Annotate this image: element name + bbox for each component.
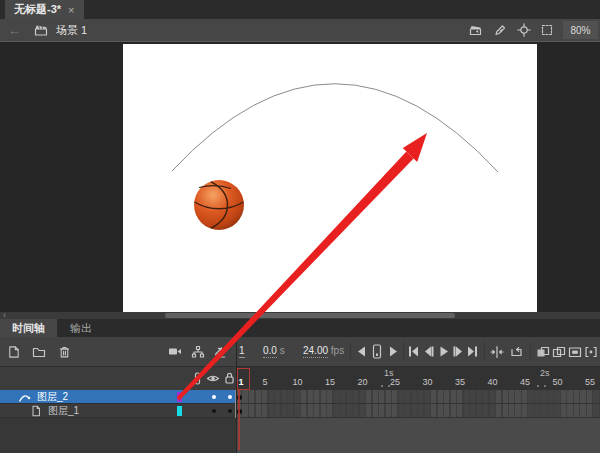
- zoom-level-select[interactable]: 80%: [563, 21, 598, 39]
- layer-visible-dot[interactable]: [212, 409, 216, 413]
- document-tab[interactable]: 无标题-3* ×: [5, 0, 84, 19]
- delete-layer-icon[interactable]: [58, 345, 71, 359]
- go-to-first-frame-icon[interactable]: [408, 346, 419, 357]
- tab-timeline[interactable]: 时间轴: [0, 319, 57, 337]
- ruler-second-label: 1s: [384, 368, 394, 378]
- parenting-view-icon[interactable]: [191, 345, 205, 359]
- ruler-tick: [544, 385, 546, 387]
- motion-guide-layer-icon: [18, 391, 31, 403]
- layer-name[interactable]: 图层_1: [48, 404, 79, 418]
- layer-depth-icon[interactable]: [213, 345, 227, 359]
- frames-area-empty: [236, 418, 600, 453]
- ruler-frame-label: 20: [357, 377, 367, 387]
- layer-name[interactable]: 图层_2: [37, 390, 68, 404]
- playhead-line[interactable]: [238, 389, 240, 450]
- lock-icon[interactable]: [223, 371, 236, 385]
- center-frame-icon[interactable]: [490, 345, 504, 359]
- document-tab-bar: 无标题-3* ×: [0, 0, 600, 19]
- hscrollbar-thumb[interactable]: [165, 313, 455, 318]
- close-icon[interactable]: ×: [68, 4, 74, 16]
- current-frame-indicator-icon[interactable]: [372, 344, 382, 359]
- layer-list: 图层_2 图层_1: [0, 390, 600, 418]
- elapsed-time-value[interactable]: 0.0: [263, 345, 277, 358]
- loop-playback-icon[interactable]: [509, 345, 524, 359]
- new-folder-icon[interactable]: [32, 345, 46, 359]
- ruler-frame-label: 45: [520, 377, 530, 387]
- layer-visible-dot[interactable]: [212, 395, 216, 399]
- frame-ruler[interactable]: 15101520253035404550551s2s: [236, 367, 600, 391]
- layer-column-headers: [0, 367, 236, 391]
- go-to-last-frame-icon[interactable]: [467, 346, 478, 357]
- frame-rate-value[interactable]: 24.00: [303, 345, 328, 358]
- motion-path-arc[interactable]: [172, 84, 498, 172]
- layer-lock-dot[interactable]: [228, 409, 232, 413]
- back-arrow-icon[interactable]: ←: [8, 24, 21, 37]
- tab-output-label: 输出: [70, 321, 92, 336]
- timeline-ruler-row: 15101520253035404550551s2s: [0, 367, 600, 390]
- ruler-frame-label: 40: [487, 377, 497, 387]
- basketball[interactable]: [194, 180, 244, 230]
- document-title: 无标题-3*: [14, 2, 61, 17]
- frames-strip[interactable]: [236, 404, 600, 418]
- ruler-tick: [537, 385, 539, 387]
- current-frame-value[interactable]: 1: [239, 345, 245, 358]
- edit-bar: ← 场景 1 80%: [0, 19, 600, 42]
- layer-color-swatch[interactable]: [177, 406, 182, 416]
- layer-row-guide[interactable]: 图层_2: [0, 390, 236, 404]
- scene-name: 场景 1: [56, 23, 87, 38]
- layer-panel-empty: [0, 418, 236, 453]
- layer-page-icon: [30, 405, 42, 417]
- layer-color-swatch[interactable]: [177, 392, 182, 402]
- zoom-level-value: 80%: [570, 25, 590, 36]
- ruler-frame-label: 25: [390, 377, 400, 387]
- new-layer-icon[interactable]: [7, 345, 20, 359]
- edit-symbols-icon[interactable]: [493, 23, 508, 38]
- ruler-frame-label: 1: [239, 377, 244, 387]
- frame-forward-icon[interactable]: [389, 346, 398, 357]
- eye-icon[interactable]: [206, 372, 220, 385]
- layer-row-normal[interactable]: 图层_1: [0, 404, 236, 418]
- onion-skin-icon[interactable]: [536, 345, 550, 359]
- play-icon[interactable]: [439, 346, 449, 357]
- ruler-frame-label: 15: [325, 377, 335, 387]
- ruler-frame-label: 50: [552, 377, 562, 387]
- scroll-left-icon[interactable]: ‹: [3, 311, 6, 319]
- step-forward-icon[interactable]: [453, 346, 464, 357]
- stage-canvas[interactable]: [123, 44, 537, 312]
- panel-divider-highlight: [235, 390, 236, 418]
- frames-strip[interactable]: [236, 390, 600, 404]
- onion-skin-outlines-icon[interactable]: [552, 345, 566, 359]
- frame-rate-unit: fps: [331, 345, 344, 356]
- frame-back-icon[interactable]: [357, 346, 366, 357]
- timeline-toolbar: 1 0.0 s 24.00 fps: [0, 337, 600, 367]
- tab-timeline-label: 时间轴: [12, 321, 45, 336]
- clapperboard-icon: [34, 23, 48, 37]
- animate-window: 无标题-3* × ← 场景 1 80%: [0, 0, 600, 453]
- elapsed-time-unit: s: [280, 345, 285, 356]
- clip-content-icon[interactable]: [540, 23, 554, 37]
- add-camera-icon[interactable]: [168, 345, 182, 358]
- ruler-tick: [381, 385, 383, 387]
- ruler-frame-label: 10: [292, 377, 302, 387]
- tab-output[interactable]: 输出: [60, 319, 102, 337]
- ruler-frame-label: 30: [422, 377, 432, 387]
- ruler-second-label: 2s: [540, 368, 550, 378]
- edit-scene-icon[interactable]: [469, 23, 484, 38]
- ruler-frame-label: 35: [455, 377, 465, 387]
- edit-multiple-frames-icon[interactable]: [568, 345, 582, 359]
- ruler-tick: [388, 385, 390, 387]
- ruler-frame-label: 5: [262, 377, 267, 387]
- panel-divider[interactable]: [236, 337, 237, 453]
- layer-lock-dot[interactable]: [228, 395, 232, 399]
- stage-hscrollbar[interactable]: ‹: [0, 312, 600, 319]
- step-back-icon[interactable]: [423, 346, 434, 357]
- outline-column-icon[interactable]: [192, 372, 203, 385]
- center-stage-icon[interactable]: [517, 23, 531, 37]
- modify-markers-icon[interactable]: [584, 345, 598, 359]
- ruler-frame-label: 55: [585, 377, 595, 387]
- timeline-tab-bar: 时间轴 输出: [0, 319, 600, 337]
- pasteboard[interactable]: [0, 42, 600, 312]
